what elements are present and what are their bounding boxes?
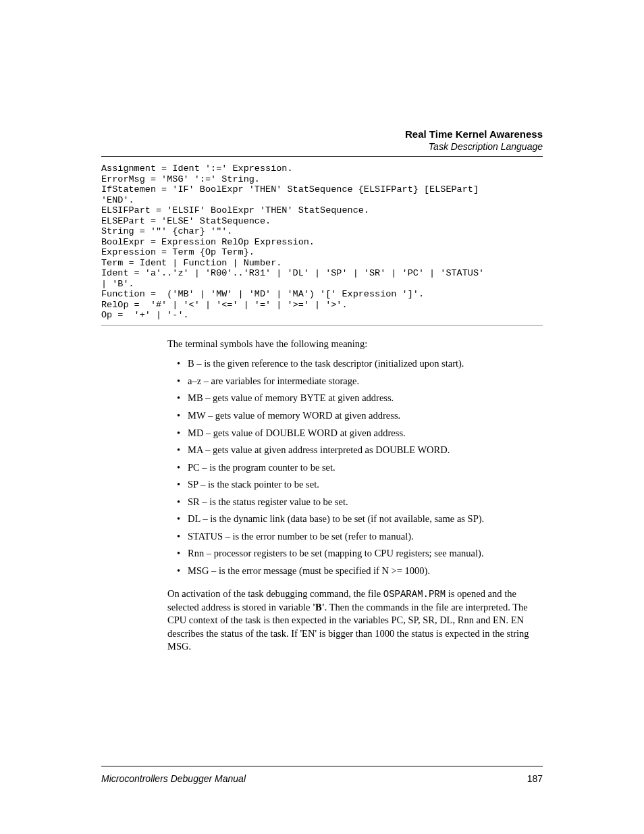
grammar-code-block: Assignment = Ident ':=' Expression. Erro… bbox=[101, 163, 543, 321]
list-item: PC – is the program counter to be set. bbox=[167, 461, 543, 475]
code-rule bbox=[101, 325, 543, 325]
footer-rule bbox=[101, 766, 543, 766]
list-item: MD – gets value of DOUBLE WORD at given … bbox=[167, 427, 543, 440]
page-footer: Microcontrollers Debugger Manual 187 bbox=[101, 773, 543, 784]
para-text: On activation of the task debugging comm… bbox=[167, 588, 383, 599]
body-text: The terminal symbols have the following … bbox=[167, 338, 543, 654]
symbol-list: B – is the given reference to the task d… bbox=[167, 357, 543, 577]
activation-paragraph: On activation of the task debugging comm… bbox=[167, 588, 543, 654]
intro-text: The terminal symbols have the following … bbox=[167, 338, 543, 351]
list-item: B – is the given reference to the task d… bbox=[167, 357, 543, 371]
list-item: MW – gets value of memory WORD at given … bbox=[167, 409, 543, 423]
page-header: Real Time Kernel Awareness Task Descript… bbox=[101, 128, 543, 152]
list-item: a–z – are variables for intermediate sto… bbox=[167, 375, 543, 388]
variable-b: 'B' bbox=[313, 602, 325, 613]
header-title: Real Time Kernel Awareness bbox=[101, 128, 543, 140]
footer-left: Microcontrollers Debugger Manual bbox=[101, 773, 246, 784]
list-item: STATUS – is the error number to be set (… bbox=[167, 530, 543, 544]
list-item: DL – is the dynamic link (data base) to … bbox=[167, 513, 543, 526]
list-item: Rnn – processor registers to be set (map… bbox=[167, 547, 543, 561]
list-item: MB – gets value of memory BYTE at given … bbox=[167, 392, 543, 405]
list-item: SR – is the status register value to be … bbox=[167, 496, 543, 509]
header-subtitle: Task Description Language bbox=[101, 141, 543, 152]
list-item: MA – gets value at given address interpr… bbox=[167, 444, 543, 457]
filename-text: OSPARAM.PRM bbox=[383, 589, 446, 600]
list-item: SP – is the stack pointer to be set. bbox=[167, 478, 543, 492]
page-number: 187 bbox=[527, 773, 543, 784]
header-rule bbox=[101, 156, 543, 157]
document-page: Real Time Kernel Awareness Task Descript… bbox=[0, 0, 644, 834]
list-item: MSG – is the error message (must be spec… bbox=[167, 565, 543, 578]
